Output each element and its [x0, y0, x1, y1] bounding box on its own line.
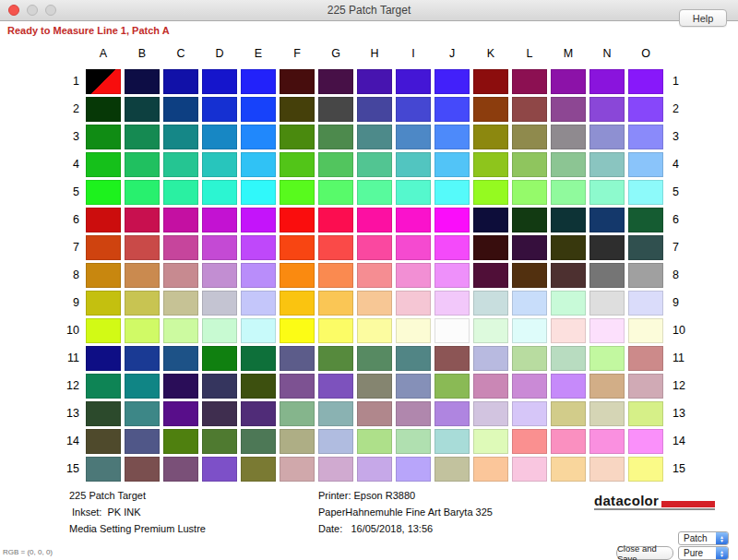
- patch-L1: [512, 69, 547, 94]
- patch-I1: [396, 69, 431, 94]
- patch-J5: [434, 180, 470, 205]
- patch-D2: [202, 97, 237, 122]
- patch-D4: [202, 152, 237, 177]
- patch-H12: [357, 374, 392, 399]
- patch-K15: [473, 457, 508, 482]
- patch-F1: [280, 69, 315, 94]
- patch-K3: [473, 125, 508, 149]
- patch-E9: [241, 291, 276, 316]
- patch-G5: [318, 180, 353, 205]
- patch-G10: [318, 318, 353, 343]
- patch-M14: [551, 429, 586, 454]
- column-header-D: D: [202, 47, 237, 60]
- row-label-right-8: 8: [673, 263, 696, 288]
- patch-N9: [589, 291, 625, 316]
- patch-K9: [473, 291, 508, 316]
- patch-A3: [86, 125, 121, 149]
- row-label-left-6: 6: [52, 208, 79, 232]
- row-label-left-1: 1: [52, 69, 79, 94]
- patch-J9: [434, 291, 470, 316]
- patch-H2: [357, 97, 392, 122]
- patch-I12: [396, 374, 431, 399]
- patch-K6: [473, 208, 508, 232]
- patch-B11: [125, 346, 160, 371]
- patch-L10: [512, 318, 547, 343]
- patch-O14: [628, 429, 663, 454]
- patch-D15: [202, 457, 237, 482]
- patch-K8: [473, 263, 508, 288]
- patch-L4: [512, 152, 547, 177]
- patch-M12: [551, 374, 586, 399]
- patch-D1: [202, 69, 237, 94]
- patch-B8: [125, 263, 160, 288]
- patch-N6: [589, 208, 625, 232]
- printer-text: Printer: Epson R3880: [318, 490, 415, 501]
- patch-O7: [628, 235, 663, 260]
- patch-J10: [434, 318, 470, 343]
- patch-I4: [396, 152, 431, 177]
- target-name-text: 225 Patch Target: [69, 490, 146, 501]
- patch-I9: [396, 291, 431, 316]
- patch-A10: [86, 318, 121, 343]
- patch-dropdown[interactable]: Patch ▲▼: [678, 531, 729, 545]
- patch-A11: [86, 346, 121, 371]
- patch-H14: [357, 429, 392, 454]
- patch-H9: [357, 291, 392, 316]
- row-label-left-10: 10: [52, 318, 79, 343]
- patch-E14: [241, 429, 276, 454]
- patch-target-window: 225 Patch Target Ready to Measure Line 1…: [0, 0, 738, 560]
- patch-M13: [551, 401, 586, 426]
- patch-G1: [318, 69, 353, 94]
- patch-K4: [473, 152, 508, 177]
- patch-M8: [551, 263, 586, 288]
- mode-dropdown[interactable]: Pure ▲▼: [678, 546, 729, 560]
- patch-M15: [551, 457, 586, 482]
- patch-N1: [589, 69, 625, 94]
- patch-E4: [241, 152, 276, 177]
- column-header-I: I: [396, 47, 431, 60]
- patch-H13: [357, 401, 392, 426]
- patch-N11: [589, 346, 625, 371]
- patch-K13: [473, 401, 508, 426]
- patch-D12: [202, 374, 237, 399]
- patch-C7: [163, 235, 198, 260]
- patch-I8: [396, 263, 431, 288]
- patch-E8: [241, 263, 276, 288]
- patch-H8: [357, 263, 392, 288]
- patch-I7: [396, 235, 431, 260]
- patch-O1: [628, 69, 663, 94]
- patch-I14: [396, 429, 431, 454]
- patch-B7: [125, 235, 160, 260]
- dropdown-stepper-icon: ▲▼: [716, 547, 728, 559]
- row-label-right-13: 13: [673, 401, 696, 426]
- patch-B9: [125, 291, 160, 316]
- patch-C15: [163, 457, 198, 482]
- column-headers: ABCDEFGHIJKLMNO: [86, 47, 663, 60]
- patch-B12: [125, 374, 160, 399]
- mode-dropdown-value: Pure: [679, 548, 716, 558]
- close-and-save-button[interactable]: Close and Save: [616, 546, 673, 560]
- patch-M1: [551, 69, 586, 94]
- row-label-left-4: 4: [52, 152, 79, 177]
- row-label-right-4: 4: [673, 152, 696, 177]
- patch-N13: [589, 401, 625, 426]
- datacolor-logo-bar: [661, 501, 715, 507]
- patch-E5: [241, 180, 276, 205]
- patch-I5: [396, 180, 431, 205]
- column-header-C: C: [163, 47, 198, 60]
- patch-L15: [512, 457, 547, 482]
- patch-N3: [589, 125, 625, 149]
- patch-B5: [125, 180, 160, 205]
- patch-L5: [512, 180, 547, 205]
- row-label-right-12: 12: [673, 374, 696, 399]
- patch-B15: [125, 457, 160, 482]
- patch-M10: [551, 318, 586, 343]
- column-header-M: M: [551, 47, 586, 60]
- row-label-right-11: 11: [673, 346, 696, 371]
- patch-B10: [125, 318, 160, 343]
- help-button[interactable]: Help: [679, 9, 727, 27]
- row-label-right-3: 3: [673, 125, 696, 149]
- column-header-A: A: [86, 47, 121, 60]
- patch-O9: [628, 291, 663, 316]
- row-label-left-7: 7: [52, 235, 79, 260]
